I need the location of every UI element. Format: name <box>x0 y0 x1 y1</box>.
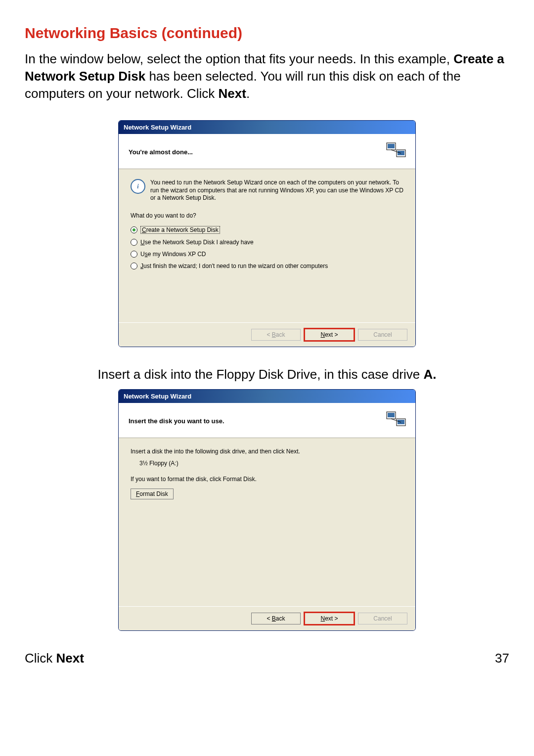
mid-pre: Insert a disk into the Floppy Disk Drive… <box>98 367 424 382</box>
back-button[interactable]: < Back <box>251 613 301 624</box>
radio-icon <box>131 239 137 246</box>
intro-next: Next <box>219 86 246 101</box>
titlebar: Network Setup Wizard <box>119 390 415 403</box>
wizard-window-1: Network Setup Wizard You're almost done.… <box>118 120 416 347</box>
intro-pre: In the window below, select the option t… <box>25 51 453 66</box>
intro-paragraph: In the window below, select the option t… <box>25 50 509 102</box>
radio-label: Use the Network Setup Disk I already hav… <box>140 239 254 246</box>
section-heading: Networking Basics (continued) <box>25 25 509 42</box>
back-button[interactable]: < Back <box>251 329 301 341</box>
radio-create-disk[interactable]: Create a Network Setup Disk <box>131 226 403 234</box>
wizard-header-text: Insert the disk you want to use. <box>129 417 224 425</box>
radio-just-finish[interactable]: Just finish the wizard; I don't need to … <box>131 263 403 269</box>
radio-label: Just finish the wizard; I don't need to … <box>140 263 328 269</box>
svg-rect-6 <box>388 413 395 417</box>
next-button[interactable]: Next > <box>305 613 354 624</box>
cancel-button[interactable]: Cancel <box>358 613 407 624</box>
radio-icon <box>131 263 137 269</box>
radio-label: Use my Windows XP CD <box>140 251 206 258</box>
page-number: 37 <box>495 651 509 666</box>
radio-use-xp-cd[interactable]: Use my Windows XP CD <box>131 251 403 258</box>
wizard-header: Insert the disk you want to use. <box>119 403 415 438</box>
wizard-footer: < Back Next > Cancel <box>119 322 415 347</box>
wizard-header-text: You're almost done... <box>129 148 193 156</box>
network-computers-icon <box>386 410 407 432</box>
radio-label: Create a Network Setup Disk <box>140 226 220 234</box>
radio-group: Create a Network Setup Disk Use the Netw… <box>131 226 403 269</box>
next-button[interactable]: Next > <box>305 329 354 341</box>
mid-bold: A. <box>423 367 436 382</box>
instruction-line-1: Insert a disk the into the following dis… <box>131 448 403 455</box>
drive-name: 3½ Floppy (A:) <box>131 460 403 467</box>
info-icon: i <box>131 179 145 194</box>
question-label: What do you want to do? <box>131 212 403 219</box>
format-disk-button[interactable]: Format Disk <box>131 489 174 499</box>
wizard-window-2: Network Setup Wizard Insert the disk you… <box>118 389 416 631</box>
wizard-body: Insert a disk the into the following dis… <box>119 438 415 606</box>
wizard-footer: < Back Next > Cancel <box>119 606 415 630</box>
info-text: You need to run the Network Setup Wizard… <box>150 179 403 202</box>
cancel-button[interactable]: Cancel <box>358 329 407 341</box>
titlebar: Network Setup Wizard <box>119 121 415 134</box>
intro-end: . <box>246 86 250 101</box>
mid-instruction: Insert a disk into the Floppy Disk Drive… <box>25 367 509 382</box>
network-computers-icon <box>386 141 407 163</box>
svg-rect-1 <box>388 144 395 148</box>
radio-use-existing-disk[interactable]: Use the Network Setup Disk I already hav… <box>131 239 403 246</box>
click-next-label: Click Next <box>25 651 84 666</box>
wizard-body: i You need to run the Network Setup Wiza… <box>119 169 415 322</box>
info-row: i You need to run the Network Setup Wiza… <box>131 179 403 202</box>
instruction-line-2: If you want to format the disk, click Fo… <box>131 476 403 483</box>
wizard-header: You're almost done... <box>119 134 415 169</box>
radio-icon <box>131 226 137 233</box>
radio-icon <box>131 251 137 258</box>
